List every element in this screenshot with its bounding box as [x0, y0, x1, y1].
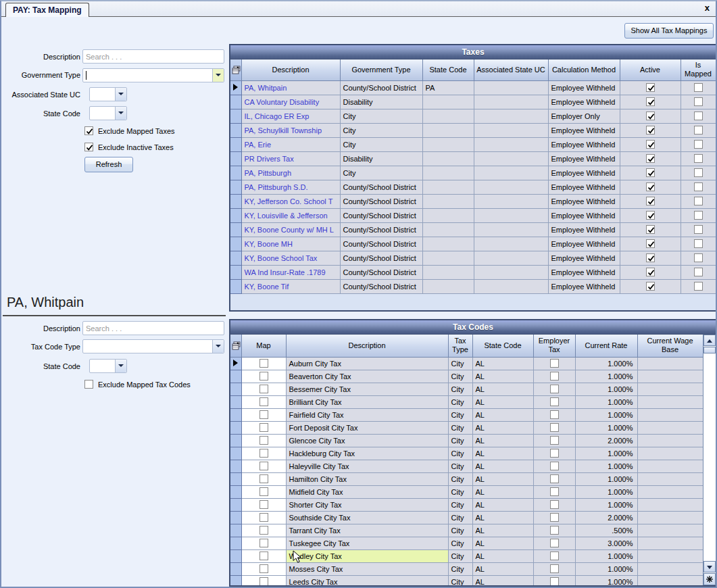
- cell-description[interactable]: KY, Boone County w/ MH L: [241, 222, 340, 237]
- table-row[interactable]: Glencoe City TaxCityAL2.000%: [230, 434, 703, 447]
- cell-tax-type[interactable]: City: [448, 370, 472, 383]
- cell-description[interactable]: Glencoe City Tax: [286, 434, 448, 447]
- row-selector[interactable]: [230, 151, 241, 166]
- cell-active[interactable]: [620, 123, 681, 137]
- checkbox[interactable]: [259, 487, 268, 496]
- cell-associated-state-uc[interactable]: [474, 208, 548, 222]
- checkbox[interactable]: [550, 385, 559, 393]
- column-header-description[interactable]: Description: [241, 59, 340, 80]
- row-selector[interactable]: [230, 180, 241, 194]
- cell-is-mapped[interactable]: [681, 151, 716, 166]
- table-row[interactable]: Beaverton City TaxCityAL1.000%: [230, 370, 703, 383]
- row-selector[interactable]: [230, 408, 241, 421]
- checkbox[interactable]: [550, 397, 559, 406]
- row-selector[interactable]: [230, 447, 241, 460]
- cell-is-mapped[interactable]: [681, 279, 716, 293]
- cell-current-rate[interactable]: 1.000%: [575, 498, 637, 511]
- cell-is-mapped[interactable]: [681, 194, 716, 208]
- exclude-inactive-taxes-checkbox[interactable]: Exclude Inactive Taxes: [84, 143, 174, 151]
- cell-calculation-method[interactable]: Employee Withheld: [548, 265, 620, 279]
- table-row[interactable]: PA, Schuylkill TownshipCityEmployee With…: [230, 123, 716, 137]
- checkbox[interactable]: [646, 97, 655, 106]
- cell-state-code[interactable]: AL: [472, 549, 533, 562]
- cell-associated-state-uc[interactable]: [474, 279, 548, 293]
- checkbox[interactable]: [550, 564, 559, 573]
- cell-state-code[interactable]: [422, 109, 474, 123]
- table-row[interactable]: Mosses City TaxCityAL1.000%: [230, 562, 703, 575]
- cell-description[interactable]: KY, Louisville & Jefferson: [241, 208, 340, 222]
- cell-state-code[interactable]: AL: [472, 408, 533, 421]
- cell-description[interactable]: PA, Pittsburgh: [241, 166, 340, 180]
- column-header-employer-tax[interactable]: Employer Tax: [533, 335, 575, 357]
- row-selector[interactable]: [230, 166, 241, 180]
- table-row[interactable]: Wadley City TaxCityAL1.000%: [230, 549, 703, 562]
- cell-state-code[interactable]: AL: [472, 472, 533, 485]
- checkbox[interactable]: [646, 268, 655, 276]
- cell-active[interactable]: [620, 194, 681, 208]
- cell-current-wage-base[interactable]: [637, 498, 703, 511]
- table-row[interactable]: Brilliant City TaxCityAL1.000%: [230, 395, 703, 408]
- cell-map[interactable]: [241, 370, 286, 383]
- column-header-tax-type[interactable]: Tax Type: [448, 335, 472, 357]
- cell-current-rate[interactable]: 1.000%: [575, 562, 637, 575]
- table-row[interactable]: PA, Pittsburgh S.D.County/School Distric…: [230, 180, 716, 194]
- checkbox[interactable]: [259, 474, 268, 483]
- cell-state-code[interactable]: [422, 194, 474, 208]
- cell-tax-type[interactable]: City: [448, 511, 472, 524]
- cell-map[interactable]: [241, 549, 286, 562]
- cell-government-type[interactable]: County/School District: [340, 208, 422, 222]
- cell-active[interactable]: [620, 237, 681, 251]
- checkbox[interactable]: [550, 577, 559, 586]
- cell-state-code[interactable]: [422, 279, 474, 293]
- cell-map[interactable]: [241, 537, 286, 549]
- cell-description[interactable]: KY, Boone MH: [241, 237, 340, 251]
- cell-current-wage-base[interactable]: [637, 562, 703, 575]
- checkbox[interactable]: [550, 474, 559, 483]
- checkbox[interactable]: [646, 225, 655, 234]
- cell-description[interactable]: Fort Deposit City Tax: [286, 421, 448, 434]
- row-selector[interactable]: [230, 251, 241, 265]
- cell-description[interactable]: Bessemer City Tax: [286, 383, 448, 395]
- table-row[interactable]: Tuskegee City TaxCityAL3.000%: [230, 537, 703, 549]
- cell-associated-state-uc[interactable]: [474, 222, 548, 237]
- cell-is-mapped[interactable]: [681, 222, 716, 237]
- cell-current-rate[interactable]: 1.000%: [575, 485, 637, 498]
- cell-is-mapped[interactable]: [681, 166, 716, 180]
- cell-current-rate[interactable]: 1.000%: [575, 447, 637, 460]
- column-header-state-code[interactable]: State Code: [472, 335, 533, 357]
- column-header-active[interactable]: Active: [620, 59, 681, 80]
- cell-description[interactable]: Mosses City Tax: [286, 562, 448, 575]
- cell-government-type[interactable]: Disability: [340, 95, 422, 109]
- cell-description[interactable]: Midfield City Tax: [286, 485, 448, 498]
- cell-description[interactable]: Fairfield City Tax: [286, 408, 448, 421]
- exclude-mapped-tax-codes-checkbox[interactable]: Exclude Mapped Tax Codes: [84, 380, 191, 389]
- cell-current-wage-base[interactable]: [637, 421, 703, 434]
- checkbox[interactable]: [259, 552, 268, 560]
- row-selector[interactable]: [230, 575, 241, 587]
- row-selector[interactable]: [230, 222, 241, 237]
- cell-tax-type[interactable]: City: [448, 408, 472, 421]
- table-row[interactable]: PA, PittsburghCityEmployee Withheld: [230, 166, 716, 180]
- cell-tax-type[interactable]: City: [448, 421, 472, 434]
- cell-state-code[interactable]: AL: [472, 511, 533, 524]
- cell-description[interactable]: Southside City Tax: [286, 511, 448, 524]
- cell-calculation-method[interactable]: Employee Withheld: [548, 180, 620, 194]
- cell-is-mapped[interactable]: [681, 208, 716, 222]
- column-header-state-code[interactable]: State Code: [422, 59, 474, 80]
- cell-current-rate[interactable]: 1.000%: [575, 472, 637, 485]
- cell-is-mapped[interactable]: [681, 95, 716, 109]
- cell-description[interactable]: PA, Schuylkill Township: [241, 123, 340, 137]
- cell-description[interactable]: Tuskegee City Tax: [286, 537, 448, 549]
- cell-associated-state-uc[interactable]: [474, 180, 548, 194]
- cell-associated-state-uc[interactable]: [474, 95, 548, 109]
- scrollbar-down-button[interactable]: [703, 561, 716, 572]
- table-row[interactable]: KY, Boone County w/ MH LCounty/School Di…: [230, 222, 716, 237]
- cell-calculation-method[interactable]: Employee Withheld: [548, 151, 620, 166]
- cell-current-wage-base[interactable]: [637, 447, 703, 460]
- checkbox[interactable]: [259, 513, 268, 522]
- cell-current-wage-base[interactable]: [637, 575, 703, 587]
- cell-employer-tax[interactable]: [533, 370, 575, 383]
- cell-current-rate[interactable]: 1.000%: [575, 408, 637, 421]
- cell-map[interactable]: [241, 421, 286, 434]
- cell-description[interactable]: Hamilton City Tax: [286, 472, 448, 485]
